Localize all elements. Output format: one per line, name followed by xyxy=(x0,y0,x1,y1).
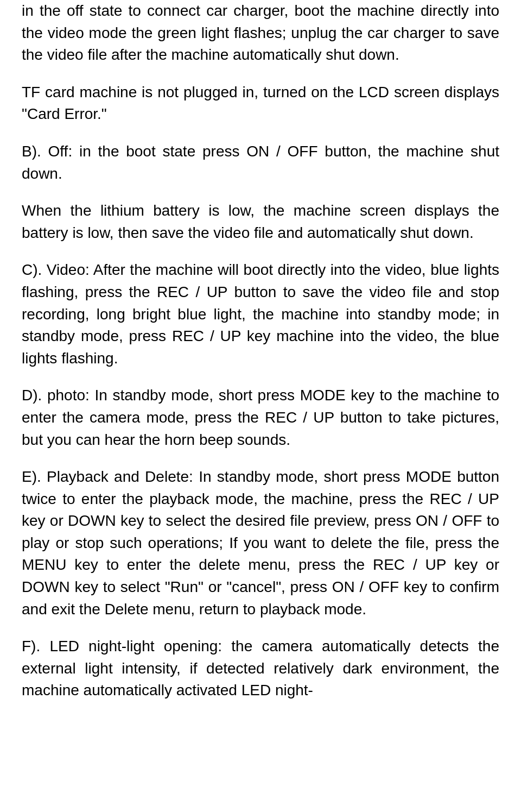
paragraph-section-b: B). Off: in the boot state press ON / OF… xyxy=(22,141,499,185)
main-text-area: in the off state to connect car charger,… xyxy=(22,0,499,702)
paragraph-section-f: F). LED night-light opening: the camera … xyxy=(22,635,499,702)
paragraph-section-c: C). Video: After the machine will boot d… xyxy=(22,259,499,369)
page-content: in the off state to connect car charger,… xyxy=(0,0,521,702)
paragraph-intro: in the off state to connect car charger,… xyxy=(22,0,499,66)
paragraph-section-e: E). Playback and Delete: In standby mode… xyxy=(22,466,499,620)
paragraph-tf-card: TF card machine is not plugged in, turne… xyxy=(22,81,499,125)
paragraph-lithium: When the lithium battery is low, the mac… xyxy=(22,200,499,244)
paragraph-section-d: D). photo: In standby mode, short press … xyxy=(22,385,499,451)
